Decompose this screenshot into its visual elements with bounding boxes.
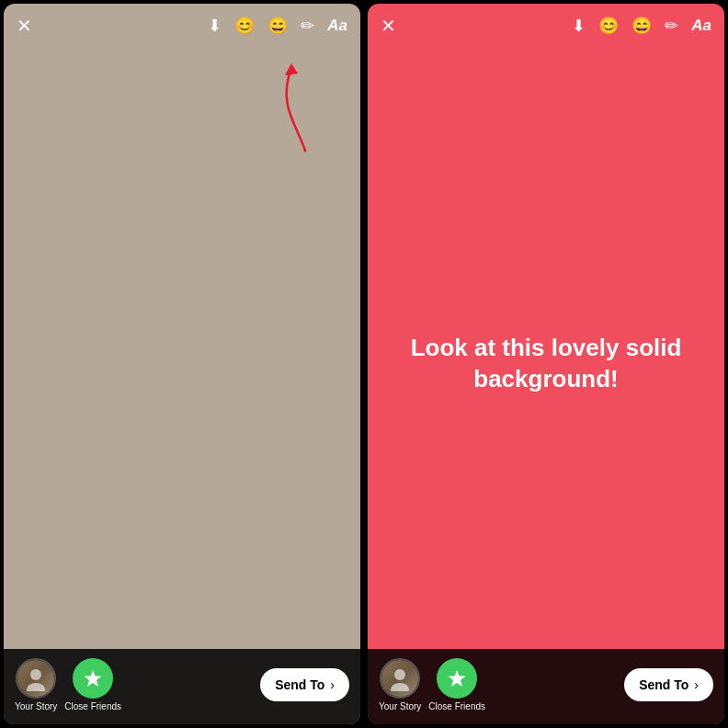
right-text-tool[interactable]: Aa (691, 17, 711, 35)
left-toolbar: ✕ ⬇ 😊 😄 ✏ Aa (4, 4, 360, 48)
right-your-story-label: Your Story (379, 701, 421, 711)
right-toolbar: ✕ ⬇ 😊 😄 ✏ Aa (368, 4, 724, 48)
right-draw-icon[interactable]: ✏ (665, 16, 678, 36)
left-emoji-icon[interactable]: 😊 (234, 16, 255, 36)
left-download-icon[interactable]: ⬇ (208, 16, 222, 36)
right-your-story-avatar (380, 658, 420, 699)
left-avatar-placeholder (17, 660, 54, 697)
main-container: ✕ ⬇ 😊 😄 ✏ Aa (0, 0, 728, 728)
right-story-text: Look at this lovely solid background! (368, 314, 724, 414)
svg-point-1 (30, 669, 41, 680)
left-bottom-options: Your Story Close Friends (15, 658, 121, 711)
left-close-friends-option[interactable]: Close Friends (64, 658, 121, 711)
right-story-content: Look at this lovely solid background! (368, 4, 724, 724)
right-bottom-bar: Your Story Close Friends Send To › (368, 649, 724, 724)
left-your-story-avatar (16, 658, 56, 699)
right-close-friends-option[interactable]: Close Friends (428, 658, 485, 711)
right-download-icon[interactable]: ⬇ (572, 16, 586, 36)
right-send-to-label: Send To (639, 677, 688, 692)
svg-marker-3 (85, 670, 102, 687)
right-close-button[interactable]: ✕ (381, 15, 396, 37)
left-send-to-arrow-icon: › (330, 677, 335, 692)
svg-marker-6 (449, 670, 466, 687)
right-sticker-icon[interactable]: 😄 (631, 16, 652, 36)
left-send-to-button[interactable]: Send To › (260, 668, 349, 701)
svg-point-5 (391, 683, 409, 691)
left-close-friends-button[interactable] (73, 658, 113, 699)
right-close-friends-button[interactable] (437, 658, 477, 699)
left-bottom-bar: Your Story Close Friends Send To › (4, 649, 360, 724)
right-close-friends-label: Close Friends (428, 701, 485, 711)
left-story-content (4, 4, 360, 724)
left-close-button[interactable]: ✕ (17, 15, 32, 37)
left-draw-icon[interactable]: ✏ (301, 16, 314, 36)
left-toolbar-icons: ⬇ 😊 😄 ✏ Aa (208, 16, 347, 36)
svg-point-2 (27, 683, 45, 691)
right-send-to-arrow-icon: › (694, 677, 699, 692)
right-send-to-button[interactable]: Send To › (624, 668, 713, 701)
right-panel: ✕ ⬇ 😊 😄 ✏ Aa Look at this lovely solid b… (368, 4, 724, 724)
star-icon (83, 668, 103, 688)
right-your-story-option[interactable]: Your Story (379, 658, 421, 711)
left-text-tool[interactable]: Aa (327, 17, 347, 35)
left-panel: ✕ ⬇ 😊 😄 ✏ Aa (4, 4, 360, 724)
right-toolbar-icons: ⬇ 😊 😄 ✏ Aa (572, 16, 711, 36)
star-icon (447, 668, 467, 688)
svg-point-4 (394, 669, 405, 680)
left-close-friends-label: Close Friends (64, 701, 121, 711)
right-emoji-icon[interactable]: 😊 (598, 16, 619, 36)
right-avatar-placeholder (381, 660, 418, 697)
left-sticker-icon[interactable]: 😄 (267, 16, 288, 36)
left-send-to-label: Send To (275, 677, 324, 692)
left-your-story-label: Your Story (15, 701, 57, 711)
right-bottom-options: Your Story Close Friends (379, 658, 485, 711)
left-your-story-option[interactable]: Your Story (15, 658, 57, 711)
